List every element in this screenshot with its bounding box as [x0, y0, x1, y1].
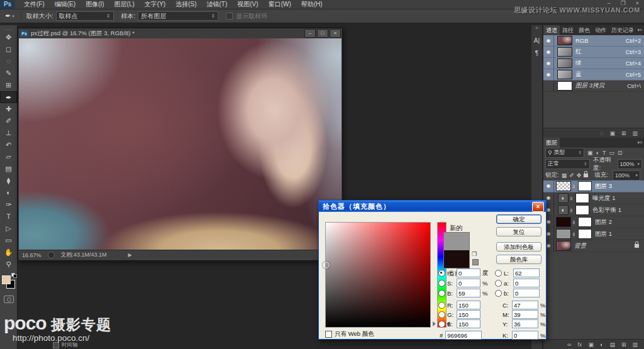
saturation-brightness-field[interactable] — [325, 222, 431, 328]
dodge-tool[interactable]: ◐ — [0, 187, 17, 199]
clone-stamp-tool[interactable]: ⊥ — [0, 127, 17, 139]
b2-value-input[interactable] — [457, 319, 480, 328]
quick-selection-tool[interactable]: ✎ — [0, 67, 17, 79]
adjustment-layer-icon[interactable]: ◐ — [558, 205, 569, 215]
layer-thumbnail[interactable] — [556, 229, 571, 239]
b-lab-value-input[interactable] — [513, 289, 540, 297]
menu-select[interactable]: 选择(S) — [175, 0, 196, 9]
web-color-cube-icon[interactable]: ❒ — [472, 251, 477, 257]
menu-layer[interactable]: 图层(L) — [114, 0, 135, 9]
new-adjustment-icon[interactable]: ◐ — [600, 341, 603, 348]
tab-history[interactable]: 历史记录 — [609, 25, 636, 35]
status-options-arrow-icon[interactable]: ▶ — [128, 252, 132, 258]
new-channel-icon[interactable]: ⊞ — [621, 130, 626, 136]
doc-maximize-icon[interactable]: □ — [317, 29, 328, 38]
type-tool[interactable]: T — [0, 211, 17, 223]
l-value-input[interactable] — [513, 269, 540, 277]
visibility-eye-icon[interactable]: ◉ — [543, 47, 554, 57]
layer-thumbnail[interactable] — [556, 217, 571, 227]
eraser-tool[interactable]: ▱ — [0, 151, 17, 163]
pen-tool[interactable]: ✑ — [0, 199, 17, 211]
menu-filter[interactable]: 滤镜(T) — [207, 0, 228, 9]
current-color-swatch[interactable] — [444, 250, 469, 268]
new-layer-icon[interactable]: ⊞ — [621, 341, 626, 348]
dialog-close-icon[interactable]: × — [532, 202, 544, 212]
visibility-eye-icon[interactable]: ◉ — [543, 58, 554, 69]
layer-thumbnail[interactable] — [556, 241, 571, 251]
layer-row-exposure1[interactable]: ◉ ◐ ∞ 曝光度 1 — [543, 192, 644, 204]
channel-row-red[interactable]: ◉ 红 Ctrl+3 — [543, 47, 644, 58]
gradient-tool[interactable]: ▤ — [0, 163, 17, 175]
default-colors-icon[interactable] — [11, 273, 16, 276]
web-colors-only-checkbox[interactable] — [325, 331, 332, 338]
layer-row-background[interactable]: ◉ 背景 — [543, 240, 644, 252]
panel-menu-icon[interactable]: ▾≡ — [637, 138, 644, 148]
lock-all-icon[interactable] — [584, 174, 588, 177]
color-field-marker[interactable] — [323, 262, 330, 269]
add-mask-icon[interactable]: ▣ — [588, 341, 594, 348]
tool-preset-arrow-icon[interactable]: ▾ — [12, 14, 14, 19]
sample-size-dropdown[interactable]: 取样点 ⇕ — [56, 11, 114, 21]
menu-type[interactable]: 文字(Y) — [145, 0, 165, 9]
g-value-input[interactable] — [457, 310, 480, 319]
b-value-input[interactable] — [457, 289, 480, 297]
visibility-eye-icon[interactable]: ◉ — [543, 35, 554, 46]
lock-transparency-icon[interactable]: ▦ — [562, 172, 567, 179]
hand-tool[interactable]: ✋ — [0, 247, 17, 258]
eyedropper-tool[interactable]: ✒ — [0, 91, 17, 103]
fill-dropdown[interactable]: 100% ▾ — [613, 170, 640, 180]
layer-style-fx-icon[interactable]: fx — [577, 341, 582, 348]
history-brush-tool[interactable]: ↶ — [0, 139, 17, 151]
lasso-tool[interactable]: ◌ — [0, 55, 17, 67]
delete-layer-icon[interactable]: ▥ — [632, 341, 638, 348]
menu-edit[interactable]: 编辑(E) — [55, 0, 75, 9]
k-value-input[interactable] — [512, 331, 538, 340]
blend-mode-dropdown[interactable]: 正常 ⇕ — [545, 159, 590, 169]
hex-value-input[interactable] — [445, 331, 482, 340]
path-selection-tool[interactable]: ▷ — [0, 223, 17, 235]
lock-position-icon[interactable]: ✥ — [577, 172, 582, 179]
document-title-bar[interactable]: Ps ps过程.psd @ 16.7% (图层 3, RGB/8) * – □ … — [18, 28, 342, 38]
filter-shape-icon[interactable]: ▭ — [609, 150, 614, 156]
filter-type-dropdown[interactable]: ⚲ 类型 ⇕ — [545, 148, 584, 158]
reset-button[interactable]: 复位 — [496, 227, 541, 236]
add-to-swatches-button[interactable]: 添加到色板 — [496, 242, 541, 252]
filter-adjustment-icon[interactable]: ◐ — [596, 150, 599, 156]
photo-of-woman-praying[interactable] — [19, 38, 341, 250]
lock-pixels-icon[interactable]: ✐ — [569, 172, 574, 179]
layer-mask-thumbnail[interactable] — [575, 193, 589, 203]
opacity-dropdown[interactable]: 100% ▾ — [618, 159, 642, 169]
h-value-input[interactable] — [457, 269, 480, 277]
visibility-eye-icon[interactable]: ◉ — [543, 69, 554, 80]
doc-close-icon[interactable]: × — [330, 29, 341, 38]
save-selection-icon[interactable]: ▣ — [609, 130, 615, 136]
visibility-eye-icon[interactable]: ◉ — [543, 180, 554, 192]
layer-row-layer3[interactable]: ◉ ∞ 图层 3 — [543, 180, 644, 192]
l-radio[interactable] — [495, 270, 502, 277]
rectangle-tool[interactable]: ▭ — [0, 235, 17, 247]
healing-brush-tool[interactable]: ✚ — [0, 103, 17, 115]
ok-button[interactable]: 确定 — [496, 214, 541, 224]
tab-layers[interactable]: 图层 — [543, 138, 560, 148]
foreground-color-swatch[interactable] — [2, 275, 11, 284]
zoom-tool[interactable]: ⚲ — [0, 258, 17, 270]
h-radio[interactable] — [438, 270, 445, 277]
a-value-input[interactable] — [513, 279, 540, 287]
b2-radio[interactable] — [438, 321, 445, 328]
sample-layers-dropdown[interactable]: 所有图层 ⇕ — [138, 11, 218, 21]
r-value-input[interactable] — [457, 301, 480, 309]
show-sampling-ring-checkbox[interactable] — [226, 13, 233, 19]
tab-color[interactable]: 颜色 — [576, 25, 592, 35]
s-value-input[interactable] — [457, 279, 480, 287]
tab-paths[interactable]: 路径 — [560, 25, 576, 35]
brush-tool[interactable]: ✐ — [0, 115, 17, 127]
load-selection-icon[interactable]: ◌ — [600, 130, 603, 136]
menu-window[interactable]: 窗口(W) — [269, 0, 291, 9]
doc-minimize-icon[interactable]: – — [304, 29, 316, 38]
menu-view[interactable]: 视图(V) — [237, 0, 258, 9]
filter-pixel-icon[interactable]: ▣ — [587, 150, 593, 156]
channel-row-blue[interactable]: ◉ 蓝 Ctrl+5 — [543, 69, 644, 80]
layer-row-layer1[interactable]: ◉ ∞ 图层 1 — [543, 228, 644, 240]
b-lab-radio[interactable] — [495, 290, 502, 297]
menu-help[interactable]: 帮助(H) — [301, 0, 323, 9]
